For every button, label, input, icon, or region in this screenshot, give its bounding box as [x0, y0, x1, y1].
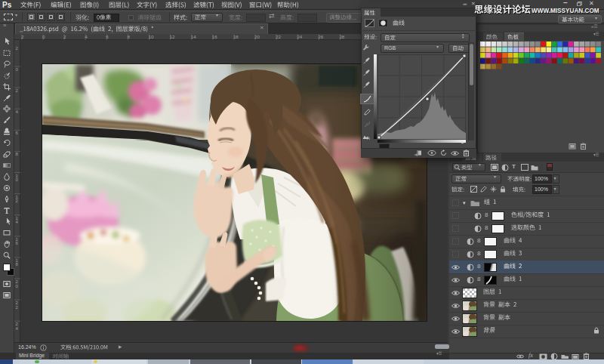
svg-text:A: A	[367, 136, 370, 140]
